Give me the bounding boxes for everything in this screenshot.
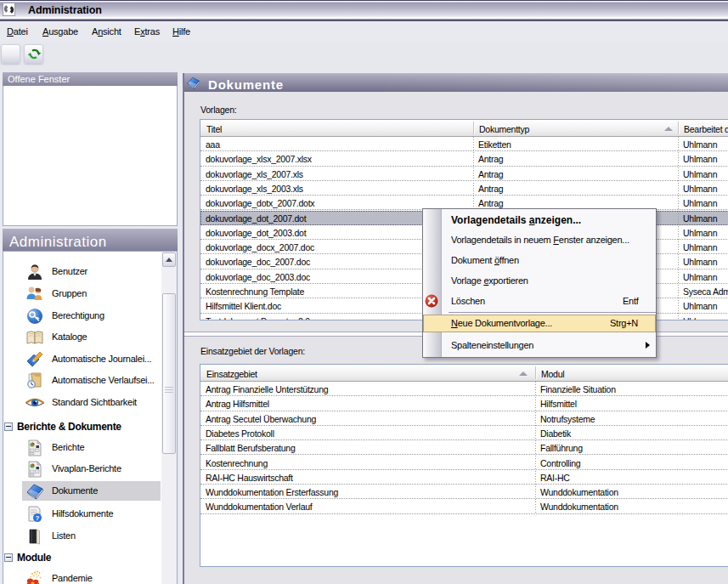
svg-text:?: ?: [36, 514, 40, 522]
